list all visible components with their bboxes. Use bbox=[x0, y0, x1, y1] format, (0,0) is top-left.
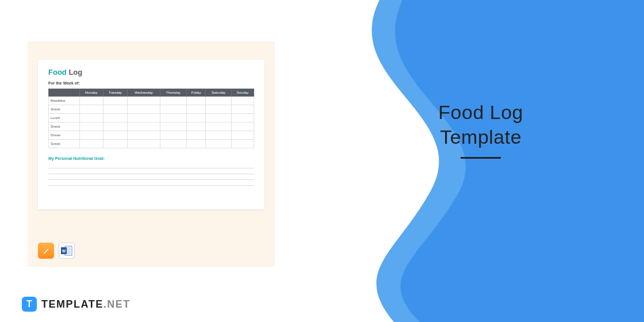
table-cell bbox=[128, 140, 160, 148]
table-cell bbox=[128, 97, 160, 105]
template-preview-card: Food Log For the Week of: MondayTuesdayW… bbox=[28, 41, 275, 267]
table-cell bbox=[103, 140, 128, 148]
table-row: Snack bbox=[49, 105, 254, 114]
format-icon-row: W bbox=[38, 243, 75, 259]
row-label-cell: Dinner bbox=[49, 131, 80, 140]
table-cell bbox=[80, 140, 103, 148]
table-cell bbox=[80, 97, 103, 105]
table-row: Snack bbox=[49, 140, 254, 148]
table-body: BreakfastSnackLunchSnackDinnerSnack bbox=[49, 97, 254, 148]
pages-icon[interactable] bbox=[38, 243, 54, 259]
table-header-cell: Sunday bbox=[231, 89, 254, 97]
table-cell bbox=[186, 114, 205, 122]
table-cell bbox=[160, 114, 186, 122]
table-cell bbox=[80, 122, 103, 131]
row-label-cell: Snack bbox=[49, 140, 80, 148]
table-cell bbox=[160, 122, 186, 131]
table-cell bbox=[231, 97, 254, 105]
table-cell bbox=[231, 140, 254, 148]
brand-suffix: .NET bbox=[103, 298, 131, 310]
headline-underline bbox=[461, 157, 501, 159]
food-log-table: MondayTuesdayWednesdayThursdayFridaySatu… bbox=[48, 89, 254, 148]
table-row: Dinner bbox=[49, 131, 254, 140]
doc-title-word1: Food bbox=[48, 68, 67, 76]
headline-block: Food Log Template bbox=[438, 100, 523, 159]
table-cell bbox=[206, 105, 232, 114]
table-cell bbox=[160, 97, 186, 105]
table-cell bbox=[128, 114, 160, 122]
table-cell bbox=[186, 131, 205, 140]
table-cell bbox=[128, 131, 160, 140]
table-header-cell: Wednesday bbox=[128, 89, 160, 97]
brand-badge-icon: T bbox=[22, 297, 37, 312]
table-cell bbox=[186, 122, 205, 131]
table-cell bbox=[103, 97, 128, 105]
doc-subheading: For the Week of: bbox=[48, 81, 254, 85]
table-cell bbox=[80, 131, 103, 140]
table-header-row: MondayTuesdayWednesdayThursdayFridaySatu… bbox=[49, 89, 254, 97]
table-header-cell: Saturday bbox=[206, 89, 232, 97]
row-label-cell: Snack bbox=[49, 105, 80, 114]
table-cell bbox=[160, 105, 186, 114]
table-cell bbox=[231, 122, 254, 131]
row-label-cell: Snack bbox=[49, 122, 80, 131]
doc-title-word2: Log bbox=[68, 68, 82, 76]
table-header-cell: Friday bbox=[186, 89, 205, 97]
row-label-cell: Lunch bbox=[49, 114, 80, 122]
table-cell bbox=[206, 140, 232, 148]
table-cell bbox=[128, 105, 160, 114]
svg-text:W: W bbox=[62, 249, 66, 253]
doc-title: Food Log bbox=[48, 68, 254, 76]
table-cell bbox=[186, 105, 205, 114]
table-header-cell: Monday bbox=[80, 89, 103, 97]
table-cell bbox=[206, 114, 232, 122]
table-header-cell: Thursday bbox=[160, 89, 186, 97]
table-cell bbox=[128, 122, 160, 131]
table-cell bbox=[103, 131, 128, 140]
word-icon[interactable]: W bbox=[59, 243, 75, 259]
table-cell bbox=[160, 131, 186, 140]
background-wave bbox=[230, 0, 644, 322]
table-header-cell: Tuesday bbox=[103, 89, 128, 97]
table-cell bbox=[231, 105, 254, 114]
table-cell bbox=[186, 140, 205, 148]
table-cell bbox=[80, 105, 103, 114]
table-row: Snack bbox=[49, 122, 254, 131]
brand-name: TEMPLATE bbox=[41, 298, 103, 310]
document-preview: Food Log For the Week of: MondayTuesdayW… bbox=[38, 60, 264, 209]
table-cell bbox=[206, 122, 232, 131]
table-cell bbox=[206, 131, 232, 140]
row-label-cell: Breakfast bbox=[49, 97, 80, 105]
table-header-cell bbox=[49, 89, 80, 97]
brand-footer[interactable]: T TEMPLATE.NET bbox=[22, 297, 131, 312]
headline-line2: Template bbox=[438, 125, 523, 150]
table-cell bbox=[160, 140, 186, 148]
table-cell bbox=[206, 97, 232, 105]
table-row: Breakfast bbox=[49, 97, 254, 105]
table-row: Lunch bbox=[49, 114, 254, 122]
table-cell bbox=[103, 114, 128, 122]
table-cell bbox=[103, 105, 128, 114]
table-cell bbox=[103, 122, 128, 131]
brand-text: TEMPLATE.NET bbox=[41, 298, 131, 310]
headline-line1: Food Log bbox=[438, 100, 523, 125]
table-cell bbox=[231, 131, 254, 140]
goal-label: My Personal Nutritional Goal: bbox=[48, 156, 254, 160]
table-cell bbox=[231, 114, 254, 122]
table-cell bbox=[80, 114, 103, 122]
table-cell bbox=[186, 97, 205, 105]
goal-lines bbox=[48, 163, 254, 186]
